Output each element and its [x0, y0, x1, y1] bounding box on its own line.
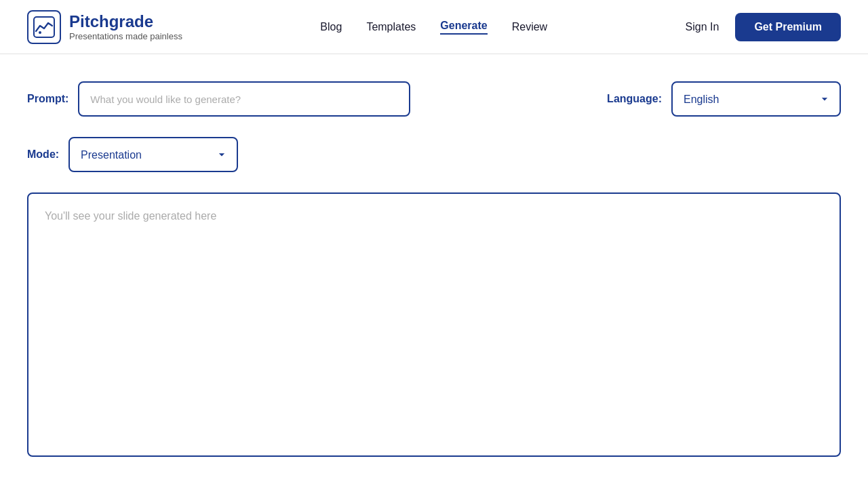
mode-select[interactable]: PresentationDocumentSummary	[68, 137, 238, 172]
preview-placeholder: You'll see your slide generated here	[45, 210, 216, 222]
language-label: Language:	[607, 93, 662, 105]
main-content: Prompt: Language: EnglishSpanishFrenchGe…	[0, 54, 868, 457]
sign-in-link[interactable]: Sign In	[686, 21, 719, 33]
language-group: Language: EnglishSpanishFrenchGermanPort…	[607, 81, 841, 117]
main-nav: Blog Templates Generate Review	[320, 20, 547, 35]
nav-blog[interactable]: Blog	[320, 21, 342, 33]
nav-generate[interactable]: Generate	[440, 20, 487, 35]
logo-title: Pitchgrade	[69, 12, 182, 32]
nav-templates[interactable]: Templates	[366, 21, 416, 33]
svg-rect-0	[34, 17, 54, 37]
prompt-group: Prompt:	[27, 81, 607, 117]
prompt-input[interactable]	[78, 81, 410, 117]
logo-subtitle: Presentations made painless	[69, 31, 182, 41]
navbar: Pitchgrade Presentations made painless B…	[0, 0, 868, 54]
form-row-top: Prompt: Language: EnglishSpanishFrenchGe…	[27, 81, 841, 117]
logo[interactable]: Pitchgrade Presentations made painless	[27, 10, 182, 44]
svg-point-1	[39, 31, 41, 34]
nav-review[interactable]: Review	[512, 21, 547, 33]
mode-label: Mode:	[27, 148, 59, 161]
header-right: Sign In Get Premium	[686, 13, 841, 41]
form-row-mode: Mode: PresentationDocumentSummary	[27, 137, 841, 172]
preview-area: You'll see your slide generated here	[27, 192, 841, 457]
prompt-label: Prompt:	[27, 93, 68, 105]
logo-text: Pitchgrade Presentations made painless	[69, 12, 182, 42]
logo-icon	[27, 10, 61, 44]
get-premium-button[interactable]: Get Premium	[735, 13, 841, 41]
language-select[interactable]: EnglishSpanishFrenchGermanPortugueseItal…	[671, 81, 841, 117]
